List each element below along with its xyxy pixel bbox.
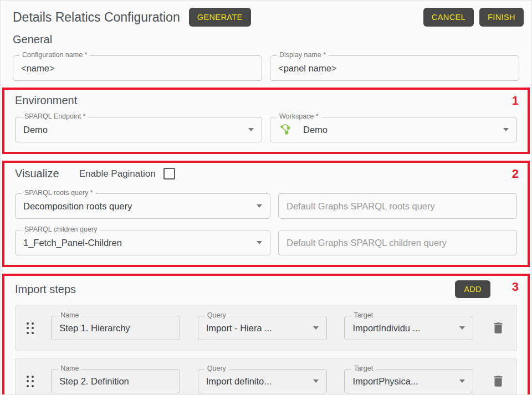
sparql-children-query-label: SPARQL children query <box>22 225 100 233</box>
step-target-value: ImportPhysica... <box>352 376 418 387</box>
chevron-down-icon <box>459 379 465 383</box>
display-name-value: <panel name> <box>278 63 337 74</box>
enable-pagination-label: Enable Pagination <box>79 168 156 179</box>
green-graph-icon <box>278 122 293 137</box>
step-query-select[interactable]: Query Import - Hiera ... <box>198 316 327 340</box>
chevron-down-icon <box>257 204 262 208</box>
step-target-select[interactable]: Target ImportPhysica... <box>344 369 473 393</box>
sparql-children-query-select[interactable]: SPARQL children query 1_Fetch_Panel-Chil… <box>15 230 270 255</box>
step-name-label: Name <box>58 365 81 372</box>
visualize-section: 2 Visualize Enable Pagination SPARQL roo… <box>2 161 530 267</box>
display-name-label: Display name * <box>277 51 329 59</box>
configuration-name-value: <name> <box>21 63 55 74</box>
drag-handle-icon[interactable] <box>27 322 34 334</box>
step-target-value: ImportIndividu ... <box>352 323 420 334</box>
sparql-endpoint-label: SPARQL Endpoint * <box>22 112 88 120</box>
step-target-select[interactable]: Target ImportIndividu ... <box>344 316 473 340</box>
environment-heading: Environment <box>15 94 77 107</box>
step-target-label: Target <box>351 365 376 372</box>
drag-handle-icon[interactable] <box>27 376 34 387</box>
annotation-number-2: 2 <box>512 167 519 181</box>
chevron-down-icon <box>459 326 465 330</box>
finish-button[interactable]: FINISH <box>479 8 524 27</box>
chevron-down-icon <box>248 128 254 131</box>
chevron-down-icon <box>313 326 319 330</box>
step-name-field[interactable]: Name Step 2. Definition <box>51 369 180 393</box>
configuration-name-field[interactable]: Configuration name * <name> <box>13 55 262 81</box>
import-steps-heading: Import steps <box>15 283 76 296</box>
step-query-select[interactable]: Query Import definito... <box>198 369 327 393</box>
default-children-query-wrap <box>278 230 517 255</box>
cancel-button[interactable]: CANCEL <box>423 8 474 27</box>
import-step-row: Name Step 2. Definition Query Import def… <box>15 358 517 395</box>
step-name-label: Name <box>58 311 81 319</box>
sparql-roots-query-select[interactable]: SPARQL roots query * Decomposition roots… <box>15 193 270 219</box>
delete-step-button[interactable] <box>491 321 505 335</box>
annotation-number-3: 3 <box>512 280 519 294</box>
sparql-roots-query-label: SPARQL roots query * <box>22 189 96 197</box>
sparql-endpoint-value: Demo <box>23 125 48 135</box>
default-roots-query-wrap <box>278 193 517 219</box>
trash-icon <box>491 374 505 388</box>
visualize-heading: Visualize <box>15 167 59 180</box>
sparql-roots-query-value: Decomposition roots query <box>23 201 132 212</box>
sparql-children-query-value: 1_Fetch_Panel-Children <box>23 238 122 248</box>
import-steps-section: 3 Import steps ADD Name Step 1. Hierarch… <box>2 274 530 395</box>
page-title: Details Relatics Configuration <box>13 10 180 25</box>
header: Details Relatics Configuration GENERATE … <box>1 1 531 29</box>
step-name-field[interactable]: Name Step 1. Hierarchy <box>51 316 180 340</box>
annotation-number-1: 1 <box>512 94 519 108</box>
general-section: General Configuration name * <name> Disp… <box>13 33 519 81</box>
import-step-row: Name Step 1. Hierarchy Query Import - Hi… <box>15 305 517 351</box>
default-roots-query-input[interactable] <box>278 193 517 219</box>
workspace-label: Workspace * <box>277 112 321 120</box>
step-name-value: Step 2. Definition <box>59 376 129 387</box>
trash-icon <box>491 321 505 335</box>
default-children-query-input[interactable] <box>278 230 517 255</box>
step-query-value: Import - Hiera ... <box>206 323 272 334</box>
step-name-value: Step 1. Hierarchy <box>59 323 130 334</box>
display-name-field[interactable]: Display name * <panel name> <box>270 55 519 81</box>
delete-step-button[interactable] <box>491 374 505 388</box>
step-target-label: Target <box>351 311 376 319</box>
step-query-label: Query <box>204 311 229 319</box>
environment-section: 1 Environment SPARQL Endpoint * Demo Wor… <box>2 88 530 154</box>
chevron-down-icon <box>503 128 509 131</box>
chevron-down-icon <box>313 379 319 383</box>
workspace-select[interactable]: Workspace * Demo <box>270 117 517 142</box>
enable-pagination-checkbox[interactable] <box>163 168 175 179</box>
workspace-value: Demo <box>303 125 328 135</box>
step-query-label: Query <box>204 365 229 372</box>
sparql-endpoint-select[interactable]: SPARQL Endpoint * Demo <box>15 117 262 142</box>
configuration-name-label: Configuration name * <box>19 51 90 59</box>
generate-button[interactable]: GENERATE <box>189 8 251 27</box>
chevron-down-icon <box>257 241 262 244</box>
general-heading: General <box>13 33 519 46</box>
header-actions: CANCEL FINISH <box>423 8 524 27</box>
add-step-button[interactable]: ADD <box>455 280 490 298</box>
step-query-value: Import definito... <box>206 376 272 387</box>
